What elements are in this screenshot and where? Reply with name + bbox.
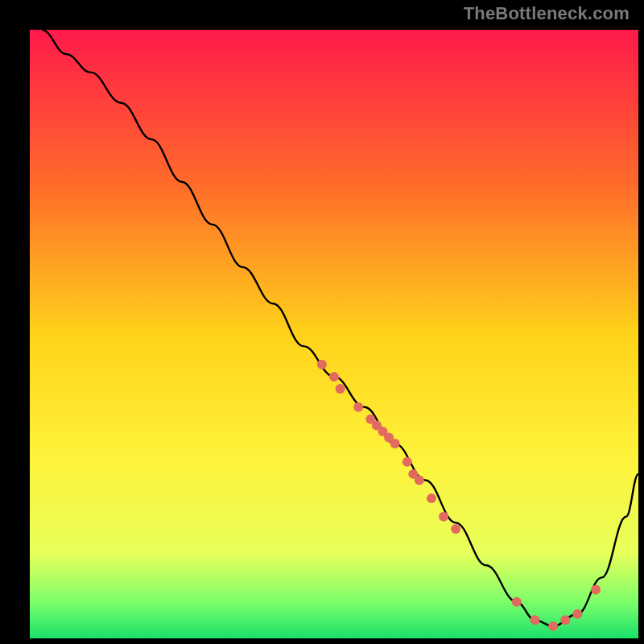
curve-marker xyxy=(530,615,539,625)
curve-marker xyxy=(591,585,601,595)
chart-frame xyxy=(12,12,632,632)
curve-marker xyxy=(402,457,412,467)
gradient-background xyxy=(30,30,638,638)
curve-marker xyxy=(451,524,460,534)
curve-marker xyxy=(512,597,522,607)
curve-marker xyxy=(353,402,363,412)
curve-marker xyxy=(415,475,424,485)
bottleneck-chart xyxy=(30,30,638,638)
curve-marker xyxy=(390,439,400,448)
curve-marker xyxy=(317,360,327,369)
curve-marker xyxy=(439,512,448,522)
curve-marker xyxy=(572,609,582,619)
watermark-label: TheBottleneck.com xyxy=(464,3,630,24)
curve-marker xyxy=(560,615,570,625)
curve-marker xyxy=(548,621,558,631)
curve-marker xyxy=(336,384,345,394)
curve-marker xyxy=(329,372,339,382)
curve-marker xyxy=(427,493,436,503)
